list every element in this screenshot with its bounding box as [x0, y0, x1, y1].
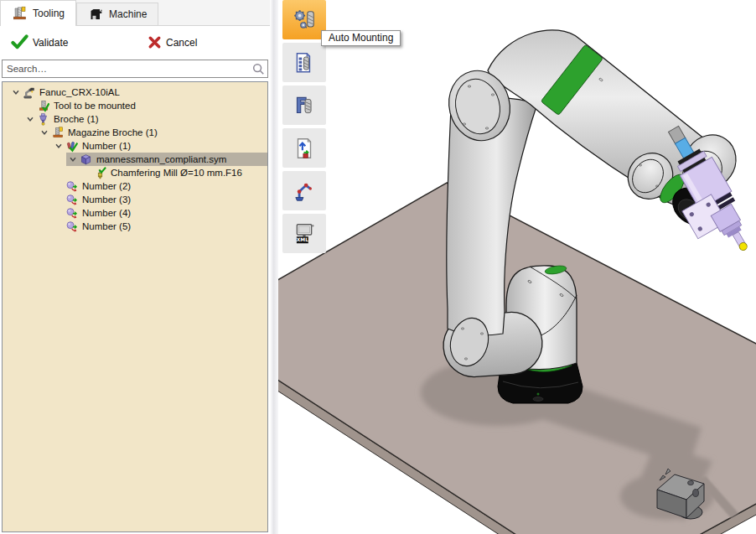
cancel-label: Cancel — [166, 37, 197, 49]
validate-label: Validate — [33, 37, 68, 49]
tree-item-label: Magazine Broche (1) — [66, 127, 160, 138]
chamfer-icon — [94, 167, 109, 179]
magazine-icon — [51, 127, 66, 139]
panel-splitter[interactable] — [270, 0, 278, 534]
cancel-x-icon — [148, 35, 162, 49]
tree-item[interactable]: Broche (1) — [3, 112, 267, 126]
tab-tooling[interactable]: Tooling — [0, 0, 76, 26]
search-box — [2, 60, 268, 78]
tree-item-label: Tool to be mounted — [52, 101, 138, 111]
tooling-tab-icon — [12, 6, 28, 21]
action-bar: Validate Cancel — [0, 26, 270, 59]
chevron-down-icon[interactable] — [9, 88, 23, 96]
tree-item-label: Number (2) — [80, 181, 133, 192]
chevron-down-icon[interactable] — [23, 115, 37, 123]
robot-3d-scene[interactable] — [278, 0, 756, 534]
caliper-icon — [292, 93, 317, 118]
cancel-button[interactable]: Cancel — [148, 35, 197, 49]
panel-tabbar: Tooling Machine — [0, 0, 270, 26]
xml-machine-icon: XML — [292, 221, 317, 246]
tree-item[interactable]: Number (3) — [3, 193, 267, 206]
spindle-icon — [37, 113, 52, 126]
robot-arm-icon — [292, 179, 317, 204]
tooltip-text: Auto Mounting — [329, 32, 393, 44]
tree-item[interactable]: Chamfering Mill Ø=10 mm.F16 — [3, 166, 267, 179]
number-icon — [65, 207, 80, 220]
search-icon[interactable] — [251, 62, 265, 75]
sym-icon — [80, 153, 95, 166]
machine-tab-icon — [88, 7, 104, 22]
tree-item[interactable]: Fanuc_CRX-10iAL — [3, 86, 267, 99]
auto-mounting-tooltip: Auto Mounting — [321, 30, 401, 46]
xml-export-button[interactable]: XML — [282, 214, 326, 253]
tree-item-label: Number (5) — [80, 221, 133, 232]
chevron-down-icon[interactable] — [38, 128, 51, 137]
application-window: Tooling Machine Validate Cancel — [0, 0, 756, 534]
import-doc-icon — [292, 136, 317, 161]
tree-item[interactable]: Number (4) — [3, 206, 267, 220]
tree-item-label: Number (1) — [80, 141, 133, 152]
tab-machine-label: Machine — [109, 8, 147, 20]
tool-check-icon — [37, 100, 52, 112]
auto-mounting-button[interactable] — [282, 0, 326, 39]
tree-item[interactable]: Tool to be mounted — [3, 99, 267, 112]
svg-text:XML: XML — [297, 237, 308, 242]
number-icon — [65, 180, 80, 193]
tree-item-label: Chamfering Mill Ø=10 mm.F16 — [109, 168, 245, 179]
tree-item[interactable]: mannessmann_compliant.sym — [3, 153, 267, 166]
search-input[interactable] — [2, 60, 268, 78]
doc-tool-icon — [292, 50, 317, 75]
robot-icon — [23, 86, 38, 99]
tree-item[interactable]: Magazine Broche (1) — [3, 126, 267, 139]
tooling-tree: Fanuc_CRX-10iALTool to be mountedBroche … — [2, 81, 268, 532]
tree-item-label: Broche (1) — [52, 114, 101, 125]
number-icon — [65, 194, 80, 206]
tooling-panel: Tooling Machine Validate Cancel — [0, 0, 270, 534]
viewport-toolbar: XML — [282, 0, 326, 257]
viewport-3d[interactable]: XML Auto Mounting — [278, 0, 756, 534]
validate-check-icon — [11, 34, 28, 51]
robot-kinematics-button[interactable] — [282, 171, 326, 210]
chevron-down-icon[interactable] — [66, 155, 80, 163]
tree-item-label: Fanuc_CRX-10iAL — [38, 87, 122, 98]
auto-mount-icon — [292, 8, 317, 33]
tree-item-label: Number (3) — [80, 194, 133, 205]
tool-measure-button[interactable] — [282, 86, 326, 125]
number-icon — [65, 220, 80, 233]
tab-tooling-label: Tooling — [33, 8, 65, 19]
tree-item[interactable]: Number (1) — [3, 139, 267, 153]
validate-button[interactable]: Validate — [11, 34, 148, 51]
tab-machine[interactable]: Machine — [76, 3, 158, 25]
tool-import-export-button[interactable] — [282, 128, 326, 168]
tree-item-label: mannessmann_compliant.sym — [95, 154, 229, 165]
number-check-icon — [65, 140, 80, 153]
tool-list-document-button[interactable] — [282, 43, 326, 82]
tree-item[interactable]: Number (2) — [3, 179, 267, 193]
tree-item[interactable]: Number (5) — [3, 220, 267, 233]
tree-item-label: Number (4) — [80, 208, 133, 219]
chevron-down-icon[interactable] — [52, 142, 65, 150]
